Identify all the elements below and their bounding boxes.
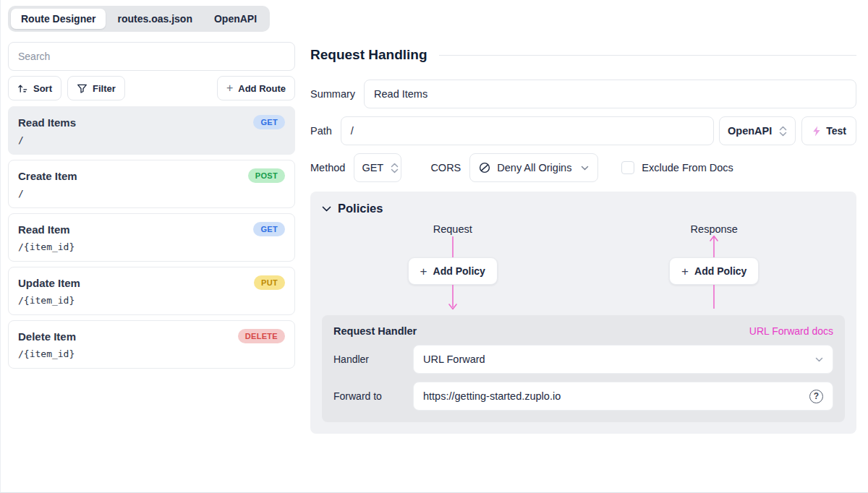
title-row: Request Handling: [310, 47, 856, 63]
handler-value: URL Forward: [423, 353, 485, 365]
file-tab-label: routes.oas.json: [117, 13, 192, 25]
cors-select[interactable]: Deny All Origins: [469, 153, 598, 182]
lightning-bolt-icon: [812, 126, 821, 137]
add-route-label: Add Route: [238, 83, 286, 94]
route-name: Read Items: [18, 116, 76, 129]
route-list-item[interactable]: Read Item GET /{item_id}: [8, 213, 295, 262]
route-name: Update Item: [18, 277, 80, 289]
file-tab-label: Route Designer: [21, 13, 95, 25]
summary-value: Read Items: [374, 88, 427, 100]
file-tab-label: OpenAPI: [214, 13, 257, 25]
forward-to-row: Forward to https://getting-started.zuplo…: [333, 382, 833, 411]
method-value: GET: [362, 162, 383, 173]
policy-pipelines: Request + Add Policy: [322, 215, 845, 310]
test-label: Test: [826, 125, 846, 137]
summary-input[interactable]: Read Items: [364, 80, 856, 108]
route-editor: Request Handling Summary Read Items Path…: [310, 32, 856, 434]
method-select[interactable]: GET: [354, 153, 401, 182]
path-row: Path / OpenAPI Test: [310, 116, 856, 145]
cors-label: CORS: [430, 162, 461, 173]
filter-button[interactable]: Filter: [67, 76, 125, 100]
request-pipeline: Request + Add Policy: [322, 215, 584, 310]
sort-ascending-icon: [17, 83, 28, 94]
request-pipeline-label: Request: [433, 223, 472, 235]
deny-circle-slash-icon: [479, 162, 490, 173]
route-method-badge: DELETE: [238, 329, 285, 343]
route-path: /{item_id}: [18, 295, 285, 306]
route-name: Delete Item: [18, 330, 76, 343]
method-row: Method GET CORS Deny All Origins: [310, 153, 856, 182]
request-handler-card: Request Handler URL Forward docs Handler…: [322, 315, 845, 422]
response-flow-arrow-up: [709, 235, 719, 257]
filter-funnel-icon: [77, 83, 88, 94]
chevron-down-icon: [322, 206, 331, 212]
page-title: Request Handling: [310, 47, 427, 63]
route-method-badge: GET: [253, 115, 285, 129]
plus-icon: +: [681, 265, 689, 278]
filter-label: Filter: [93, 83, 116, 94]
routes-sidebar: Sort Filter + Add Route Read Items GET /: [8, 32, 295, 434]
help-question-icon[interactable]: ?: [809, 390, 823, 403]
file-tab[interactable]: OpenAPI: [204, 9, 267, 29]
summary-row: Summary Read Items: [310, 80, 856, 108]
file-tab[interactable]: Route Designer: [11, 9, 106, 29]
route-method-badge: PUT: [254, 275, 285, 290]
file-tabbar: Route Designer routes.oas.json OpenAPI: [8, 6, 270, 32]
add-response-policy-button[interactable]: + Add Policy: [669, 257, 759, 285]
policies-title: Policies: [338, 202, 383, 215]
file-tab[interactable]: routes.oas.json: [107, 9, 202, 29]
exclude-from-docs-checkbox[interactable]: [621, 161, 634, 174]
title-divider: [439, 55, 856, 56]
response-pipeline-label: Response: [691, 223, 738, 235]
route-method-badge: GET: [253, 222, 285, 236]
route-path: /: [18, 134, 285, 145]
request-handler-title: Request Handler: [333, 325, 417, 337]
route-path: /: [18, 188, 285, 199]
chevron-down-icon: [581, 166, 589, 171]
response-pipeline: Response + Add Policy: [584, 215, 846, 310]
summary-label: Summary: [310, 88, 355, 100]
plus-icon: +: [420, 265, 427, 278]
route-path: /{item_id}: [18, 241, 285, 252]
policies-panel: Policies Request + Add Policy: [310, 192, 856, 434]
policies-header[interactable]: Policies: [322, 202, 845, 215]
path-label: Path: [310, 125, 332, 137]
path-mode-value: OpenAPI: [728, 125, 772, 137]
sort-label: Sort: [33, 83, 52, 94]
handler-row: Handler URL Forward: [333, 345, 833, 374]
handler-label: Handler: [333, 353, 413, 365]
chevron-updown-icon: [391, 163, 399, 173]
exclude-from-docs-control: Exclude From Docs: [621, 161, 733, 174]
route-list-item[interactable]: Update Item PUT /{item_id}: [8, 267, 295, 315]
tabbar-row: Route Designer routes.oas.json OpenAPI: [1, 0, 868, 32]
route-name: Read Item: [18, 223, 70, 236]
request-flow-line: [448, 235, 458, 257]
path-input[interactable]: /: [341, 116, 714, 145]
sort-button[interactable]: Sort: [8, 76, 61, 100]
route-list-item[interactable]: Create Item POST /: [8, 160, 295, 208]
test-button[interactable]: Test: [801, 116, 856, 145]
chevron-updown-icon: [779, 126, 787, 137]
request-flow-arrow-down: [448, 285, 458, 310]
forward-to-input[interactable]: https://getting-started.zuplo.io ?: [413, 382, 833, 411]
url-forward-docs-link[interactable]: URL Forward docs: [749, 325, 833, 337]
add-policy-label: Add Policy: [694, 265, 746, 277]
cors-value: Deny All Origins: [497, 162, 571, 173]
path-value: /: [351, 125, 354, 137]
exclude-from-docs-label: Exclude From Docs: [642, 162, 733, 173]
forward-to-value: https://getting-started.zuplo.io: [423, 390, 561, 402]
handler-select[interactable]: URL Forward: [413, 345, 833, 374]
chevron-down-icon: [815, 357, 823, 362]
add-route-button[interactable]: + Add Route: [217, 76, 295, 100]
route-list: Read Items GET / Create Item POST / Read…: [8, 106, 295, 369]
plus-icon: +: [226, 82, 233, 94]
request-handler-header: Request Handler URL Forward docs: [333, 325, 833, 337]
route-designer-app: Route Designer routes.oas.json OpenAPI S…: [0, 0, 868, 493]
route-method-badge: POST: [248, 168, 285, 183]
add-request-policy-button[interactable]: + Add Policy: [408, 257, 498, 285]
path-mode-select[interactable]: OpenAPI: [719, 116, 796, 145]
route-list-item[interactable]: Delete Item DELETE /{item_id}: [8, 320, 295, 369]
search-input[interactable]: [8, 42, 295, 71]
response-flow-line: [709, 285, 719, 310]
route-list-item[interactable]: Read Items GET /: [8, 106, 295, 155]
